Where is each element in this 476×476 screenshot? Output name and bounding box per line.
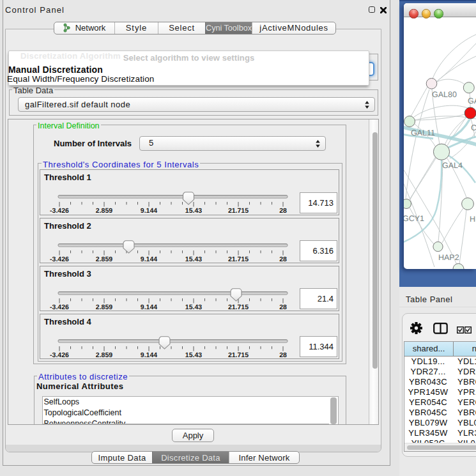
svg-text:GAL80: GAL80 xyxy=(432,90,457,99)
svg-text:-3.426: -3.426 xyxy=(50,256,69,263)
svg-text:15.43: 15.43 xyxy=(185,351,202,359)
svg-text:28: 28 xyxy=(279,303,287,311)
svg-text:HIS: HIS xyxy=(470,215,476,224)
svg-text:HAP2: HAP2 xyxy=(438,253,459,262)
svg-text:-3.426: -3.426 xyxy=(50,303,69,311)
svg-text:-3.426: -3.426 xyxy=(50,351,69,359)
svg-text:2.859: 2.859 xyxy=(96,256,112,263)
svg-text:9.144: 9.144 xyxy=(141,351,157,359)
svg-text:CY: CY xyxy=(471,123,476,132)
svg-text:2.859: 2.859 xyxy=(96,351,112,359)
svg-text:9.144: 9.144 xyxy=(141,303,157,311)
svg-text:9.144: 9.144 xyxy=(141,207,157,215)
svg-text:28: 28 xyxy=(279,351,287,359)
svg-text:21.715: 21.715 xyxy=(228,256,249,263)
svg-text:28: 28 xyxy=(279,256,287,263)
svg-text:2.859: 2.859 xyxy=(96,303,112,311)
svg-text:21.715: 21.715 xyxy=(228,303,249,311)
svg-text:2.859: 2.859 xyxy=(96,207,112,215)
svg-text:-3.426: -3.426 xyxy=(50,207,69,215)
svg-text:GAL4: GAL4 xyxy=(442,161,463,170)
svg-text:15.43: 15.43 xyxy=(185,303,202,311)
svg-text:GCY1: GCY1 xyxy=(404,214,424,223)
svg-text:GAL: GAL xyxy=(468,96,476,105)
svg-text:15.43: 15.43 xyxy=(185,207,202,215)
svg-text:28: 28 xyxy=(279,207,287,215)
svg-text:15.43: 15.43 xyxy=(185,256,202,263)
svg-text:21.715: 21.715 xyxy=(228,351,249,359)
svg-text:9.144: 9.144 xyxy=(141,256,157,263)
svg-text:GAL11: GAL11 xyxy=(411,128,435,137)
svg-text:21.715: 21.715 xyxy=(228,207,249,215)
